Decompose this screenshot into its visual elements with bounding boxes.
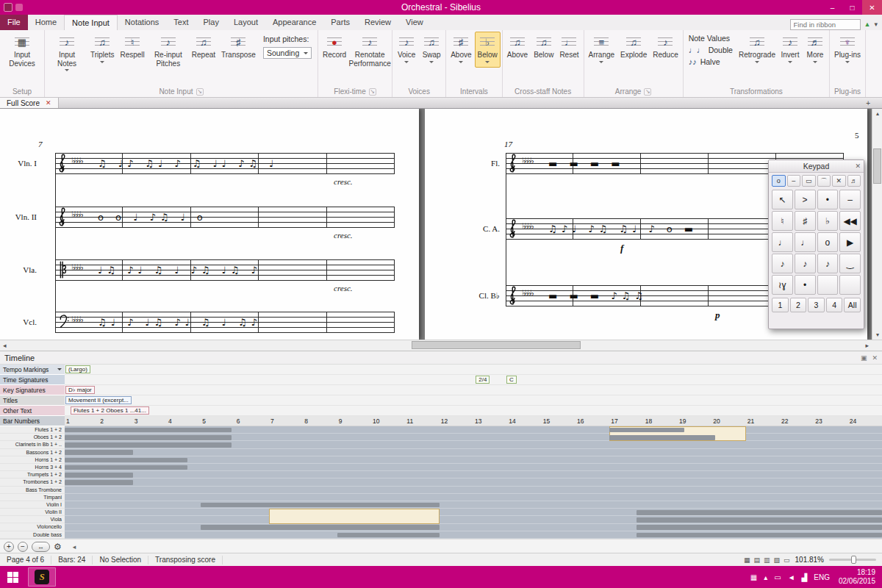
- scroll-down-icon[interactable]: ▾: [872, 331, 882, 338]
- music-segment[interactable]: [65, 442, 232, 448]
- selection-highlight[interactable]: [269, 509, 440, 523]
- timeline-chip[interactable]: D♭ major: [65, 386, 95, 394]
- ribbon-tab-play[interactable]: Play: [196, 15, 226, 30]
- zoom-fit-icon[interactable]: ▭: [784, 556, 790, 564]
- music-segment[interactable]: [65, 458, 187, 463]
- minimize-button[interactable]: –: [822, 0, 842, 15]
- keypad-page-2-icon[interactable]: –: [787, 175, 801, 187]
- music-segment[interactable]: [637, 533, 882, 538]
- button-record[interactable]: ●Record: [320, 32, 349, 62]
- float-panel-icon[interactable]: ▣: [861, 354, 867, 362]
- keypad-voice-all[interactable]: All: [844, 298, 861, 312]
- keypad-key-r1c4[interactable]: –: [839, 190, 861, 209]
- ribbon-tab-home[interactable]: Home: [28, 15, 64, 30]
- music-segment[interactable]: [65, 480, 133, 485]
- button-invert[interactable]: ♪Invert: [778, 32, 803, 68]
- keypad-key-r3c3[interactable]: o: [817, 232, 839, 252]
- button-reduce[interactable]: ♪Reduce: [650, 32, 681, 62]
- vertical-scrollbar[interactable]: ▴ ▾: [872, 109, 882, 340]
- language-indicator[interactable]: ENG: [814, 573, 830, 581]
- tab-full-score[interactable]: Full Score ✕: [0, 98, 59, 108]
- ideas-panel-icon[interactable]: ▧: [773, 556, 780, 564]
- button-more[interactable]: ♬More: [803, 32, 828, 68]
- timeline-zoom-in-button[interactable]: +: [4, 542, 14, 552]
- keypad-key-r3c4[interactable]: ▶: [839, 232, 861, 252]
- button-reset[interactable]: ♩Reset: [556, 32, 581, 62]
- button-halve[interactable]: ♪♪Halve: [689, 57, 733, 66]
- taskbar-sibelius-button[interactable]: S: [28, 567, 56, 587]
- zoom-slider[interactable]: [829, 559, 876, 561]
- timeline-chip[interactable]: C: [506, 376, 517, 384]
- keypad-key-r2c1[interactable]: ♮: [772, 211, 793, 231]
- music-segment[interactable]: [201, 503, 439, 508]
- keypad-voice-2[interactable]: 2: [790, 298, 807, 312]
- button-voice[interactable]: ♪Voice: [394, 32, 419, 68]
- keypad-key-r5c4[interactable]: [839, 275, 861, 295]
- app-icon[interactable]: [4, 3, 12, 12]
- keypad-panel-icon[interactable]: ▦: [744, 556, 750, 564]
- taskbar-clock[interactable]: 18:19 02/06/2015: [836, 568, 875, 587]
- timeline-chip[interactable]: Flutes 1 + 2 Oboes 1 ...41...: [71, 406, 149, 415]
- button-input-devices[interactable]: ▦Input Devices: [1, 32, 43, 70]
- scroll-left-icon[interactable]: ◂: [3, 342, 7, 349]
- score-view[interactable]: 175Fl.♭♭♭♭▬ ▬ ▬ ▬C. A.♭♭♭♭♫♪♩ ♪♫ ♫♩ ♪ o …: [0, 109, 882, 340]
- ribbon-tab-file[interactable]: File: [0, 15, 28, 30]
- quick-access-icon[interactable]: [15, 4, 23, 11]
- ribbon-tab-note-input[interactable]: Note Input: [64, 15, 118, 30]
- keypad-key-r5c1[interactable]: ≀ɣ: [772, 275, 793, 295]
- music-segment[interactable]: [609, 435, 715, 440]
- network-icon[interactable]: ▟: [802, 573, 808, 581]
- ribbon-tab-appearance[interactable]: Appearance: [265, 15, 323, 30]
- keypad-key-r1c3[interactable]: •: [817, 190, 839, 209]
- button-re-input-pitches[interactable]: ♪Re-input Pitches: [148, 32, 189, 70]
- volume-icon[interactable]: ◄: [788, 573, 795, 581]
- scroll-right-icon[interactable]: ▸: [865, 342, 869, 349]
- button-respell[interactable]: ♮Respell: [117, 32, 147, 62]
- keypad-key-r4c1[interactable]: ♪: [772, 254, 793, 273]
- keypad-page-3-icon[interactable]: ▭: [802, 175, 816, 187]
- button-above[interactable]: ♫Above: [504, 32, 531, 62]
- keypad-voice-4[interactable]: 4: [826, 298, 843, 312]
- music-segment[interactable]: [337, 533, 440, 538]
- dialog-launcher-icon[interactable]: ↘: [369, 88, 376, 96]
- button-triplets[interactable]: ♫Triplets: [87, 32, 117, 68]
- scroll-up-icon[interactable]: ▴: [872, 110, 882, 117]
- start-button[interactable]: [0, 566, 25, 588]
- keypad-key-r3c2[interactable]: ♩: [795, 232, 816, 252]
- keypad-key-r5c3[interactable]: [817, 275, 839, 295]
- vertical-scroll-thumb[interactable]: [873, 148, 881, 184]
- ribbon-tab-review[interactable]: Review: [357, 15, 398, 30]
- button-below[interactable]: ♫Below: [531, 32, 556, 62]
- keypad-key-r1c1[interactable]: ↖: [772, 190, 793, 209]
- button-transpose[interactable]: ♯Transpose: [218, 32, 259, 62]
- show-hidden-icons-icon[interactable]: ▴: [764, 573, 767, 581]
- keypad-voice-3[interactable]: 3: [808, 298, 825, 312]
- keypad-key-r2c3[interactable]: ♭: [817, 211, 839, 231]
- music-segment[interactable]: [609, 428, 684, 433]
- timeline-scroll-left-icon[interactable]: ◂: [73, 543, 76, 551]
- button-arrange[interactable]: ≡Arrange: [586, 32, 618, 68]
- button-retrograde[interactable]: ♫Retrograde: [736, 32, 778, 68]
- maximize-button[interactable]: □: [842, 0, 862, 15]
- find-in-ribbon-input[interactable]: [790, 19, 861, 30]
- music-segment[interactable]: [65, 473, 133, 478]
- keypad-title-bar[interactable]: Keypad ✕: [769, 160, 864, 173]
- horizontal-scroll-thumb[interactable]: [412, 341, 581, 349]
- button-explode[interactable]: ♫Explode: [617, 32, 650, 62]
- keyboard-panel-icon[interactable]: ▤: [753, 556, 760, 564]
- keypad-page-5-icon[interactable]: ✕: [832, 175, 846, 187]
- mixer-panel-icon[interactable]: ▥: [764, 556, 770, 564]
- timeline-zoom-out-button[interactable]: −: [18, 542, 28, 552]
- keypad-voice-1[interactable]: 1: [772, 298, 789, 312]
- dialog-launcher-icon[interactable]: ↘: [196, 88, 204, 96]
- close-icon[interactable]: ✕: [872, 354, 878, 362]
- close-tab-icon[interactable]: ✕: [46, 99, 51, 107]
- display-icon[interactable]: ▭: [774, 573, 781, 581]
- new-tab-button[interactable]: +: [866, 99, 870, 107]
- ribbon-tab-view[interactable]: View: [398, 15, 431, 30]
- ribbon-options-icon[interactable]: ▾: [874, 21, 878, 28]
- keypad-page-4-icon[interactable]: ⌒: [817, 175, 831, 187]
- collapse-ribbon-icon[interactable]: ▲: [864, 21, 871, 28]
- music-segment[interactable]: [65, 428, 232, 433]
- keypad-key-r5c2[interactable]: •: [795, 275, 816, 295]
